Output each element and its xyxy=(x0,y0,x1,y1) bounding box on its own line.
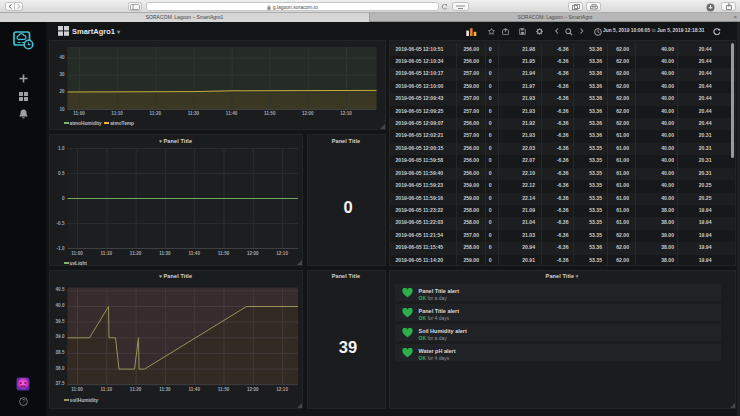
svg-text:?: ? xyxy=(22,398,25,404)
